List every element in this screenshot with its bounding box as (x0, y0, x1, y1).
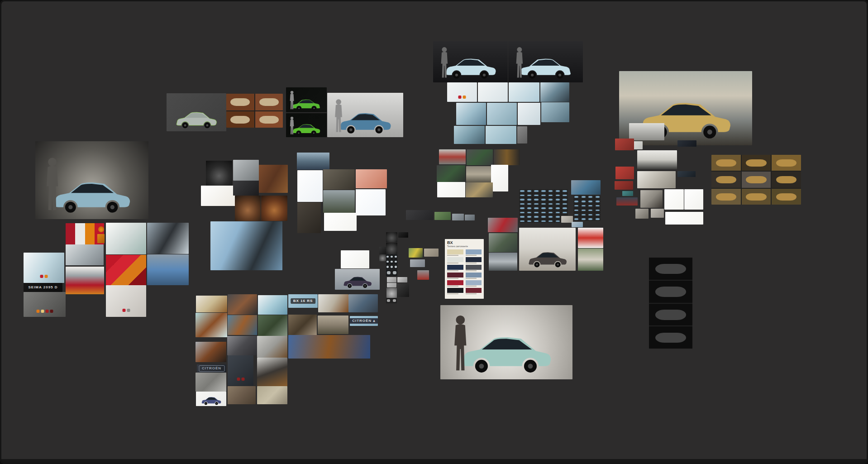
wash-me-dusty-car[interactable] (196, 373, 226, 392)
green-render-rear[interactable] (286, 87, 327, 112)
gold-bx-front-photo[interactable] (466, 182, 493, 197)
green-fender-scratches[interactable] (258, 315, 287, 337)
white-car-front-crop[interactable] (629, 123, 664, 140)
detail-body-blue[interactable] (509, 82, 539, 102)
citroen-badge-dark[interactable]: CITROËN (197, 364, 226, 373)
detail-front-corner[interactable] (456, 103, 486, 125)
taillight-housing-back[interactable] (106, 223, 146, 254)
green-car-photo-small[interactable] (434, 212, 451, 220)
sketch-small-2[interactable] (572, 222, 583, 227)
wireframe-viewport[interactable] (167, 93, 226, 131)
gold-car-side[interactable] (257, 386, 287, 404)
workshop-lift-photo[interactable] (297, 153, 329, 170)
wheel-closeup-silver[interactable] (386, 288, 397, 298)
silver-bx-carport-photo[interactable] (439, 149, 466, 164)
tire-pile-photo[interactable] (233, 160, 259, 181)
wagon-trunk-photo[interactable] (578, 249, 603, 271)
yellow-car-photo[interactable] (409, 248, 423, 258)
door-handle-rust[interactable] (228, 315, 257, 335)
blue-hatchback-white[interactable] (196, 392, 226, 406)
wheel-black-1[interactable] (386, 232, 397, 242)
blue-car-photo[interactable] (571, 180, 601, 195)
halftone-sky-crop[interactable] (147, 223, 189, 254)
hood-grille-closeup[interactable] (210, 221, 282, 270)
wireframe-green-dark[interactable] (437, 165, 465, 182)
wiper-arm-photo[interactable] (635, 209, 649, 219)
red-rear-wiper[interactable] (615, 181, 633, 190)
body-cutaway-drawing[interactable] (341, 250, 369, 268)
wiper-mechanism-drawing[interactable] (665, 212, 703, 225)
fender-rust-white[interactable] (318, 294, 348, 312)
sepia-render-grid[interactable] (711, 155, 801, 205)
turnaround-sprite-grid[interactable] (519, 189, 568, 223)
tread-strip-dark[interactable] (398, 232, 408, 238)
chassis-line-drawing[interactable] (324, 213, 357, 231)
suspension-diagram-front[interactable] (297, 170, 323, 202)
tire-section-diagram[interactable] (201, 186, 236, 206)
muddy-wheel[interactable] (288, 315, 317, 337)
purple-bx-photo[interactable] (335, 269, 380, 290)
detail-rear-quarter[interactable] (454, 126, 485, 144)
garage-grey-car-photo[interactable] (519, 228, 576, 271)
bx-16-rs-badge[interactable]: BX 16 RS (288, 294, 318, 308)
hubcap-star[interactable] (379, 254, 386, 261)
wireframe-orange[interactable] (494, 149, 520, 165)
studio-dark-front-render[interactable] (35, 141, 148, 219)
arch-silver-crop[interactable] (397, 277, 407, 282)
bx-rear-corner-photo[interactable] (24, 253, 64, 283)
wiper-arm-grey[interactable] (640, 190, 663, 208)
xray-cutaway-car[interactable] (637, 171, 676, 188)
detail-trunk-blue[interactable] (487, 103, 517, 125)
blueprint-wide[interactable] (437, 182, 465, 197)
wireframe-viewport-2[interactable] (467, 149, 493, 165)
wiper-strip-dark[interactable] (677, 140, 696, 147)
tread-light-1[interactable] (387, 277, 396, 282)
detail-grey-strip[interactable] (517, 126, 527, 144)
red-bx-rear-photo[interactable] (488, 218, 518, 232)
rust-texture-flat[interactable] (259, 165, 288, 193)
wiper-blade-angle[interactable] (651, 209, 664, 218)
antenna-diagram[interactable] (406, 210, 433, 220)
wiper-drawing-1[interactable] (664, 189, 684, 210)
rust-material-sphere[interactable] (235, 196, 261, 221)
rust-chips-asphalt[interactable] (228, 294, 257, 315)
seima-part-number[interactable]: SEIMA 2095 D (24, 283, 62, 292)
tire-material-sphere[interactable] (206, 161, 232, 187)
turntable-rear-render[interactable] (508, 41, 583, 82)
taillight-housing-interior[interactable] (24, 292, 66, 317)
hero-weathered-studio-render[interactable] (440, 305, 572, 379)
textured-blue-render[interactable] (327, 93, 403, 137)
render-pass-strip[interactable] (649, 258, 692, 349)
detail-pillar-louvre[interactable] (540, 82, 569, 102)
reverse-lens-clear[interactable] (66, 244, 104, 265)
colour-chart[interactable]: BXTeintes carrosserie (445, 239, 484, 299)
bx-front-quarter-white[interactable] (258, 295, 287, 315)
underside-dark-photo[interactable] (297, 202, 321, 233)
turnaround-sprite-grid-2[interactable] (573, 195, 601, 221)
underside-photo[interactable] (323, 169, 355, 190)
beige-car-photo[interactable] (424, 249, 439, 257)
red-cowl-wiper[interactable] (615, 167, 634, 179)
suspension-cutaway-illustration[interactable] (356, 169, 387, 188)
hubcap-pair[interactable] (386, 269, 397, 276)
wheel-black-2[interactable] (386, 243, 397, 254)
taillight-lens-red-amber[interactable] (106, 255, 146, 285)
silver-bx-front-photo[interactable] (410, 259, 425, 267)
car-on-trailer-photo[interactable] (323, 190, 355, 213)
wiper-blade-blue[interactable] (677, 171, 696, 177)
hubcap-xray-grid[interactable] (386, 254, 397, 269)
hubcaps-two[interactable] (386, 298, 397, 303)
arch-hole-rust[interactable] (196, 342, 226, 362)
beige-bx-rear-photo[interactable] (466, 166, 493, 182)
rust-chips-cyan[interactable] (196, 313, 227, 337)
turntable-front-render[interactable] (433, 41, 508, 82)
tread-light-2[interactable] (387, 283, 396, 287)
taillight-disassembled[interactable] (106, 285, 146, 317)
silver-bx-white-roof-photo[interactable] (489, 253, 517, 271)
amber-lens-square[interactable] (97, 234, 105, 243)
hub-small-dark[interactable] (379, 247, 386, 254)
amber-lens-dot[interactable] (98, 226, 104, 232)
detail-front-view[interactable] (486, 126, 516, 144)
red-panel-crop[interactable] (615, 139, 634, 150)
dusty-cars-parked[interactable] (227, 336, 257, 355)
